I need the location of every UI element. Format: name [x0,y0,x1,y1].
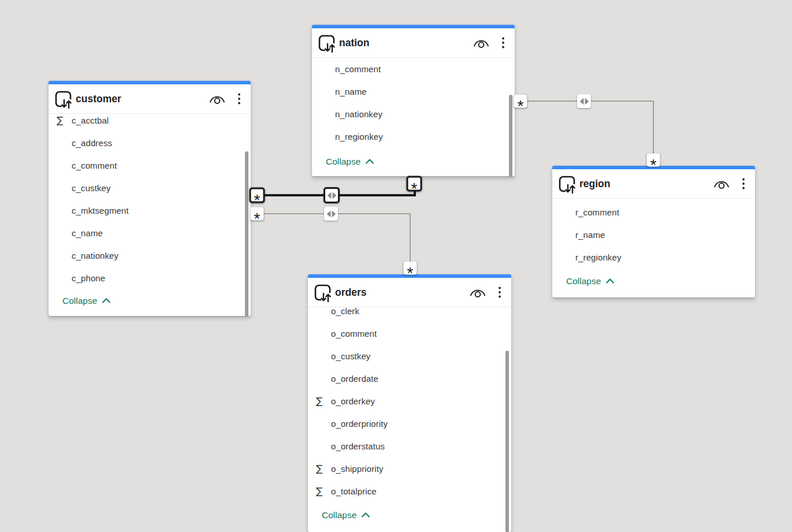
many-cardinality-badge-region[interactable]: * [647,154,660,167]
cardinality-asterisk: * [407,265,414,281]
fields-viewport: o_clerko_commento_custkeyo_orderdate∑o_o… [308,307,511,532]
relationship-line-nation-region[interactable] [515,101,653,165]
field-label: o_custkey [331,351,370,361]
field-label: r_comment [575,207,619,217]
cardinality-asterisk: * [411,180,418,196]
table-header-nation[interactable]: nation [312,28,515,58]
more-options-icon[interactable] [740,176,747,191]
both-directions-arrows-icon [579,96,589,106]
field-label: c_comment [72,161,117,170]
collapse-label: Collapse [322,510,356,520]
field-label: o_orderdate [331,374,378,384]
table-icon [558,175,578,195]
field-row-o_custkey[interactable]: o_custkey [308,345,511,367]
field-label: n_comment [335,64,381,74]
field-label: c_address [72,138,112,148]
many-cardinality-badge-nation[interactable]: * [407,176,422,192]
fields-viewport: r_commentr_namer_regionkey Collapse [552,199,755,297]
field-row-r_name[interactable]: r_name [552,224,755,246]
field-label: c_name [72,228,103,238]
field-label: c_acctbal [72,116,109,125]
model-view-canvas: customer ∑c_acctbalc_addressc_commentc_c… [0,0,792,532]
collapse-button[interactable]: Collapse [312,153,515,170]
field-row-n_nationkey[interactable]: n_nationkey [312,103,515,125]
field-label: o_orderpriority [331,419,388,429]
more-options-icon[interactable] [500,35,507,50]
field-row-c_custkey[interactable]: c_custkey [49,177,251,199]
table-title: nation [339,37,473,49]
sigma-icon: ∑ [316,486,331,496]
field-row-r_regionkey[interactable]: r_regionkey [552,246,755,269]
cardinality-asterisk: * [518,98,524,114]
more-options-icon[interactable] [496,285,503,300]
table-header-region[interactable]: region [552,169,755,199]
scrollbar[interactable] [245,151,248,316]
collapse-chevron-icon [102,298,111,304]
field-row-o_orderdate[interactable]: o_orderdate [308,367,511,390]
many-cardinality-badge-nation-2[interactable]: * [514,95,527,108]
table-header-orders[interactable]: orders [308,278,511,307]
field-row-c_name[interactable]: c_name [49,222,251,244]
collapse-label: Collapse [566,276,601,287]
field-row-o_orderkey[interactable]: ∑o_orderkey [308,390,511,412]
field-row-c_comment[interactable]: c_comment [49,154,251,177]
field-row-o_shippriority[interactable]: ∑o_shippriority [308,457,511,480]
field-label: n_name [335,87,367,96]
relationship-line-customer-orders[interactable] [251,214,410,273]
eye-icon[interactable] [713,178,730,189]
field-row-c_address[interactable]: c_address [49,132,251,154]
collapse-chevron-icon [361,512,370,518]
table-card-nation[interactable]: nation n_commentn_namen_nationkeyn_regio… [312,25,515,176]
fields-list: r_commentr_namer_regionkey [552,201,755,269]
many-cardinality-badge-customer[interactable]: * [250,188,265,203]
field-row-o_comment[interactable]: o_comment [308,322,511,345]
fields-viewport: ∑c_acctbalc_addressc_commentc_custkeyc_m… [49,114,251,316]
eye-icon[interactable] [469,287,486,297]
collapse-chevron-icon [605,278,615,284]
scrollbar[interactable] [509,95,512,176]
field-label: o_clerk [331,307,359,316]
collapse-button[interactable]: Collapse [552,273,755,290]
cardinality-asterisk: * [254,210,261,226]
field-row-r_comment[interactable]: r_comment [552,201,755,224]
sigma-icon: ∑ [316,396,331,406]
table-header-customer[interactable]: customer [49,84,251,114]
field-row-c_nationkey[interactable]: c_nationkey [49,244,251,267]
field-row-n_name[interactable]: n_name [312,80,515,103]
field-row-n_comment[interactable]: n_comment [312,58,515,80]
field-row-c_mktsegment[interactable]: c_mktsegment [49,199,251,222]
field-row-o_orderpriority[interactable]: o_orderpriority [308,412,511,435]
collapse-button[interactable]: Collapse [49,292,251,310]
many-cardinality-badge-customer-2[interactable]: * [251,207,264,221]
bidirectional-filter-icon[interactable] [577,94,591,108]
field-label: c_phone [72,273,105,283]
sigma-icon: ∑ [316,464,331,474]
table-card-region[interactable]: region r_commentr_namer_regionkey Collap… [552,166,755,297]
fields-list: ∑c_acctbalc_addressc_commentc_custkeyc_m… [49,114,251,289]
bidirectional-filter-icon[interactable] [324,207,338,221]
field-row-o_totalprice[interactable]: ∑o_totalprice [308,480,511,503]
field-row-c_acctbal[interactable]: ∑c_acctbal [49,114,251,132]
bidirectional-filter-icon[interactable] [324,187,340,203]
many-cardinality-badge-orders[interactable]: * [404,262,417,275]
table-icon [314,284,333,303]
field-row-o_orderstatus[interactable]: o_orderstatus [308,435,511,457]
table-card-customer[interactable]: customer ∑c_acctbalc_addressc_commentc_c… [49,81,251,316]
cardinality-asterisk: * [650,157,657,173]
field-row-c_phone[interactable]: c_phone [49,267,251,289]
table-card-orders[interactable]: orders o_clerko_commento_custkeyo_orderd… [308,274,511,532]
field-row-o_clerk[interactable]: o_clerk [308,307,511,322]
fields-viewport: n_commentn_namen_nationkeyn_regionkey Co… [312,58,515,176]
field-label: c_mktsegment [72,206,129,215]
eye-icon[interactable] [473,38,490,48]
field-label: o_comment [331,329,377,338]
field-row-n_regionkey[interactable]: n_regionkey [312,125,515,148]
collapse-button[interactable]: Collapse [308,507,511,524]
more-options-icon[interactable] [236,91,243,106]
both-directions-arrows-icon [326,209,336,219]
field-label: r_name [575,230,605,240]
table-icon [54,90,74,110]
eye-icon[interactable] [209,94,226,104]
field-label: o_shippriority [331,464,384,474]
scrollbar[interactable] [505,351,509,532]
